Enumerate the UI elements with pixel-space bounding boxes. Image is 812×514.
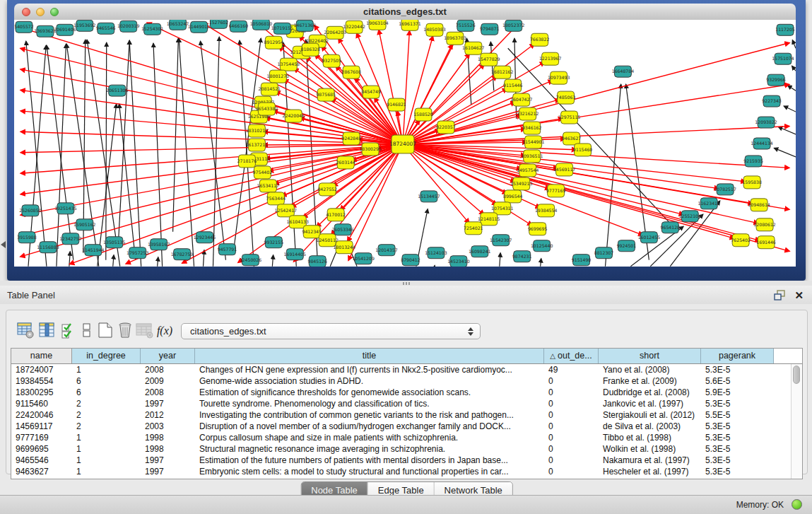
graph-node[interactable]: 17957253 (126, 247, 148, 259)
citation-edge-black[interactable] (213, 37, 219, 266)
new-column-icon[interactable] (96, 322, 114, 340)
graph-node[interactable]: 13505135 (103, 237, 125, 248)
citation-edge-black[interactable] (778, 127, 796, 134)
graph-node[interactable]: 9924501 (617, 240, 637, 252)
graph-node[interactable]: 20651306 (106, 85, 128, 96)
selected-node[interactable]: 12213967 (539, 52, 561, 65)
selected-node[interactable]: 7563444 (266, 192, 286, 205)
select-columns-icon[interactable] (60, 322, 78, 340)
network-canvas[interactable]: 1822640212125439137544581800127020814521… (14, 20, 796, 267)
graph-node[interactable]: 15254301 (141, 23, 163, 35)
selected-node[interactable]: 10936511 (521, 150, 543, 163)
citation-edge-black[interactable] (792, 40, 796, 49)
column-header-in_degree[interactable]: in_degree (72, 349, 141, 363)
network-window-titlebar[interactable]: citations_edges.txt (14, 4, 796, 21)
citation-edge-black[interactable] (792, 66, 796, 71)
citation-edge-black[interactable] (113, 255, 114, 267)
graph-node[interactable]: 9845126 (307, 256, 327, 267)
selected-node[interactable]: 12542417 (275, 204, 297, 217)
selected-node[interactable]: 13754458 (278, 58, 300, 71)
selected-node[interactable]: 1691446 (756, 236, 776, 249)
graph-node[interactable]: 12093822 (755, 117, 777, 128)
graph-node[interactable]: 18052372 (502, 20, 524, 31)
selected-node[interactable]: 2867608 (341, 66, 361, 78)
graph-node[interactable]: 9465546 (96, 23, 116, 34)
selected-node[interactable]: 18310212 (246, 124, 268, 137)
citation-edge-black[interactable] (784, 106, 796, 112)
selected-node[interactable]: 1588520 (413, 108, 433, 121)
graph-node[interactable]: 15751074 (772, 53, 794, 64)
selected-node[interactable]: 19063104 (366, 20, 388, 30)
graph-node[interactable]: 14523410 (447, 256, 469, 267)
graph-node[interactable]: 10719155 (271, 23, 293, 34)
selected-node[interactable]: 9115446 (503, 79, 523, 92)
graph-node[interactable]: 1527602 (209, 20, 229, 28)
graph-node[interactable]: 9457791 (218, 244, 237, 255)
graph-node[interactable]: 12923446 (194, 232, 216, 243)
selected-node[interactable]: 16961371 (399, 20, 420, 30)
selected-node[interactable]: 16047427 (510, 93, 532, 106)
selected-node[interactable]: 8427552 (317, 183, 337, 196)
selected-node[interactable]: 20814521 (259, 83, 281, 95)
graph-node[interactable]: 16098241 (469, 246, 490, 257)
selected-node[interactable]: 8220357 (436, 121, 456, 134)
graph-node[interactable]: 11451944 (82, 245, 104, 256)
citation-edge-red[interactable] (403, 144, 789, 209)
citation-edge-black[interactable] (201, 41, 226, 260)
selected-node[interactable]: 4170012 (326, 209, 346, 221)
graph-node[interactable]: 13958167 (148, 239, 170, 250)
graph-node[interactable]: 14671368 (294, 20, 316, 31)
graph-node[interactable]: 10782517 (714, 184, 736, 195)
float-panel-icon[interactable] (774, 290, 786, 300)
selected-node[interactable]: 12080612 (753, 218, 775, 231)
selected-node[interactable]: 11544901 (522, 136, 544, 148)
table-row[interactable]: 946554611997Estimation of the future num… (11, 455, 802, 466)
selected-node[interactable]: 10973493 (548, 71, 570, 84)
selected-node[interactable]: 2603144 (336, 156, 355, 169)
citation-edge-black[interactable] (774, 148, 796, 157)
graph-node[interactable]: 5405572 (14, 21, 34, 33)
selected-node[interactable]: 9115460 (573, 144, 593, 156)
table-row[interactable]: 2242004622012Investigating the contribut… (11, 409, 802, 421)
table-row[interactable]: 969969511998Structural magnetic resonanc… (11, 443, 802, 455)
selected-node[interactable]: 9327505 (322, 54, 341, 67)
selected-node[interactable]: 18013244 (333, 241, 355, 254)
graph-node[interactable]: 11953692 (73, 20, 95, 31)
graph-node[interactable]: 16012455 (638, 232, 660, 243)
selected-node[interactable]: 14957544 (517, 164, 539, 177)
citation-edge-red[interactable] (403, 30, 409, 144)
graph-node[interactable]: 16648784 (612, 66, 634, 77)
selected-node[interactable]: 2718176 (237, 155, 257, 168)
show-column-icon[interactable] (38, 322, 57, 340)
graph-node[interactable]: 11623412 (698, 198, 720, 209)
column-header-title[interactable]: title (195, 349, 544, 363)
graph-node[interactable]: 16782759 (171, 249, 193, 260)
table-row[interactable]: 977716911998Corpus callosum shape and si… (11, 432, 802, 443)
citation-edge-black[interactable] (47, 45, 73, 260)
selected-node[interactable]: 22420046 (283, 110, 305, 122)
graph-node[interactable]: 3915988 (17, 232, 37, 243)
citation-edge-black[interactable] (272, 255, 273, 267)
selected-node[interactable]: 9875685 (316, 88, 336, 101)
citation-edge-black[interactable] (788, 86, 796, 90)
graph-node[interactable]: 10200319 (117, 21, 139, 32)
hub-node[interactable]: 18724007 (389, 135, 416, 153)
graph-node[interactable]: 10653247 (167, 20, 189, 30)
citation-edge-black[interactable] (106, 42, 107, 259)
table-row[interactable]: 1938455462009Genome-wide association stu… (11, 375, 802, 387)
table-row[interactable]: 946362711997Embryonic stem cells: a mode… (11, 466, 802, 477)
selected-node[interactable]: 9146821 (387, 98, 406, 111)
selected-node[interactable]: 9463627 (562, 132, 582, 145)
graph-node[interactable]: 16914405 (284, 249, 306, 260)
graph-node[interactable]: 10541209 (352, 253, 374, 264)
graph-node[interactable]: 26053346 (331, 224, 353, 235)
selected-node[interactable]: 1595838 (742, 176, 762, 189)
selected-node[interactable]: 8912954 (264, 36, 284, 49)
close-panel-icon[interactable]: ✕ (794, 290, 804, 300)
graph-node[interactable]: 8790412 (401, 255, 420, 266)
selected-node[interactable]: 9754402 (253, 166, 273, 179)
table-row[interactable]: 1830029562008Estimation of significance … (11, 387, 802, 398)
graph-node[interactable]: 11449012 (188, 21, 210, 33)
selected-node[interactable]: 18963703 (444, 32, 466, 45)
selected-node[interactable]: 14569117 (553, 163, 575, 176)
